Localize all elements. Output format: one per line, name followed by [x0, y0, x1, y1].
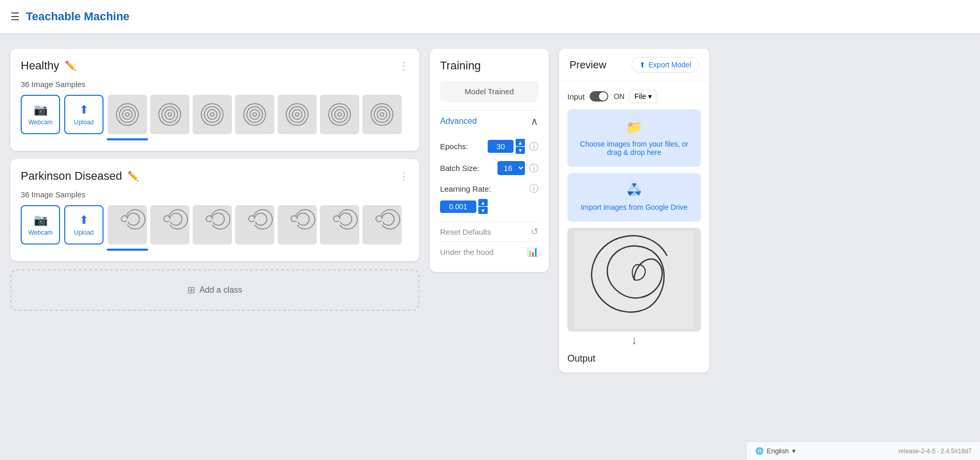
upload-icon-healthy: ⬆ — [79, 103, 89, 117]
bottom-bar: 🌐 English ▾ release-2-4-5 · 2.4.5#18d7 — [747, 441, 980, 460]
training-title: Training — [440, 59, 538, 73]
epochs-spinners: ▲ ▼ — [516, 139, 525, 154]
app-title: Teachable Machine — [26, 10, 129, 23]
export-icon: ⬆ — [639, 61, 646, 69]
input-row: Input ON File ▾ — [567, 90, 701, 103]
batch-size-help-icon[interactable]: ⓘ — [529, 162, 538, 175]
reset-icon: ↺ — [531, 226, 538, 237]
language-selector[interactable]: 🌐 English ▾ — [755, 447, 796, 455]
menu-icon[interactable]: ☰ — [10, 10, 20, 23]
thumb-6 — [320, 95, 359, 134]
webcam-btn-healthy[interactable]: 📷 Webcam — [21, 95, 60, 134]
input-toggle[interactable] — [590, 91, 608, 102]
class-card-parkinson: Parkinson Diseased ✏️ ⋮ 36 Image Samples… — [10, 159, 419, 261]
file-label: File — [634, 92, 646, 100]
advanced-header[interactable]: Advanced ∧ — [440, 110, 538, 132]
lr-help-icon[interactable]: ⓘ — [529, 182, 538, 195]
edit-class-icon-healthy[interactable]: ✏️ — [65, 60, 76, 71]
version-label: release-2-4-5 · 2.4.5#18d7 — [899, 448, 972, 455]
lr-label: Learning Rate: — [440, 184, 525, 193]
sample-images-parkinson — [108, 205, 402, 245]
folder-icon: 📁 — [626, 120, 642, 136]
add-class-button[interactable]: ⊞ Add a class — [10, 269, 419, 311]
toggle-state-label: ON — [613, 92, 624, 100]
image-count-healthy: 36 Image Samples — [21, 80, 409, 89]
batch-size-row: Batch Size: 16 32 64 ⓘ — [440, 161, 538, 175]
webcam-label-pk: Webcam — [28, 229, 52, 236]
gdrive-text: Import images from Google Drive — [581, 203, 688, 211]
advanced-label: Advanced — [440, 117, 477, 126]
chart-icon: 📊 — [527, 246, 538, 257]
pk-thumb-5 — [277, 205, 317, 245]
epochs-row: Epochs: ▲ ▼ ⓘ — [440, 139, 538, 154]
upload-files-area[interactable]: 📁 Choose images from your files, or drag… — [567, 109, 701, 167]
batch-size-label: Batch Size: — [440, 164, 493, 172]
pk-thumb-6 — [320, 205, 359, 245]
more-options-healthy[interactable]: ⋮ — [399, 60, 409, 72]
lr-up[interactable]: ▲ — [478, 199, 488, 206]
under-the-hood-row[interactable]: Under the hood 📊 — [440, 241, 538, 262]
training-panel: Training Model Trained Advanced ∧ Epochs… — [430, 49, 549, 272]
output-label: Output — [567, 353, 701, 364]
reset-defaults-row[interactable]: Reset Defaults ↺ — [440, 221, 538, 241]
epochs-input[interactable] — [488, 140, 514, 153]
add-class-label: ⊞ Add a class — [187, 284, 242, 296]
upload-label-healthy: Upload — [74, 119, 94, 126]
progress-bar-healthy — [21, 138, 409, 140]
pk-thumb-2 — [150, 205, 189, 245]
lr-section: Learning Rate: ⓘ ▲ ▼ — [440, 182, 538, 214]
gdrive-area[interactable]: Import images from Google Drive — [567, 173, 701, 222]
upload-label-pk: Upload — [74, 229, 94, 236]
samples-row-parkinson: 📷 Webcam ⬆ Upload — [21, 205, 409, 245]
batch-size-select[interactable]: 16 32 64 — [498, 161, 525, 175]
class-header-healthy: Healthy ✏️ ⋮ — [21, 59, 409, 73]
epochs-input-group: ▲ ▼ — [488, 139, 525, 154]
file-dropdown[interactable]: File ▾ — [630, 90, 656, 103]
preview-body: Input ON File ▾ 📁 Choose images from you… — [559, 81, 709, 372]
export-label: Export Model — [649, 61, 691, 69]
lr-input[interactable] — [440, 200, 476, 213]
down-arrow-row: ↓ — [567, 334, 701, 347]
class-header-parkinson: Parkinson Diseased ✏️ ⋮ — [21, 169, 409, 183]
thumb-1 — [108, 95, 147, 134]
pk-thumb-7 — [362, 205, 402, 245]
export-model-button[interactable]: ⬆ Export Model — [632, 57, 699, 73]
classes-panel: Healthy ✏️ ⋮ 36 Image Samples 📷 Webcam ⬆… — [10, 49, 419, 311]
webcam-icon-healthy: 📷 — [34, 103, 48, 117]
language-label: English — [767, 447, 789, 455]
more-options-parkinson[interactable]: ⋮ — [399, 170, 409, 182]
lr-input-group: ▲ ▼ — [440, 199, 538, 214]
lr-down[interactable]: ▼ — [478, 207, 488, 214]
advanced-content: Epochs: ▲ ▼ ⓘ Batch Size: 16 32 — [440, 139, 538, 214]
lr-spinners: ▲ ▼ — [478, 199, 488, 214]
thumb-7 — [362, 95, 402, 134]
down-arrow-icon: ↓ — [632, 334, 637, 347]
edit-class-icon-parkinson[interactable]: ✏️ — [127, 170, 139, 182]
upload-btn-parkinson[interactable]: ⬆ Upload — [64, 205, 104, 245]
preview-panel: Preview ⬆ Export Model Input ON File ▾ — [559, 49, 709, 372]
webcam-btn-parkinson[interactable]: 📷 Webcam — [21, 205, 60, 245]
epochs-help-icon[interactable]: ⓘ — [529, 140, 538, 153]
class-card-healthy: Healthy ✏️ ⋮ 36 Image Samples 📷 Webcam ⬆… — [10, 49, 419, 151]
batch-size-input-group: 16 32 64 — [498, 161, 525, 175]
epochs-down[interactable]: ▼ — [516, 147, 525, 154]
lr-label-row: Learning Rate: ⓘ — [440, 182, 538, 195]
class-title-group: Healthy ✏️ — [21, 59, 76, 73]
epochs-up[interactable]: ▲ — [516, 139, 525, 146]
thumb-4 — [235, 95, 274, 134]
webcam-label-healthy: Webcam — [28, 119, 52, 126]
chevron-up-icon: ∧ — [531, 115, 538, 127]
reset-defaults-label: Reset Defaults — [440, 227, 491, 236]
upload-btn-healthy[interactable]: ⬆ Upload — [64, 95, 104, 134]
thumb-3 — [193, 95, 232, 134]
class-name-parkinson: Parkinson Diseased — [21, 169, 122, 183]
pk-thumb-3 — [193, 205, 232, 245]
epochs-label: Epochs: — [440, 142, 484, 151]
thumb-5 — [277, 95, 317, 134]
spiral-preview-svg — [575, 231, 694, 329]
pk-thumb-1 — [108, 205, 147, 245]
model-trained-button[interactable]: Model Trained — [440, 81, 538, 102]
under-the-hood-label: Under the hood — [440, 248, 493, 256]
samples-row-healthy: 📷 Webcam ⬆ Upload — [21, 95, 409, 134]
gdrive-icon — [627, 183, 641, 199]
